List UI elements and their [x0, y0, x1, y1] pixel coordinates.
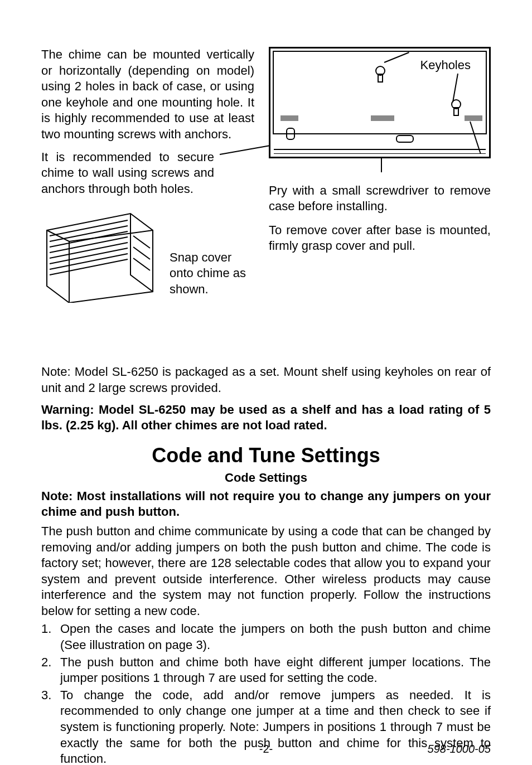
section-heading: Code and Tune Settings: [41, 444, 491, 467]
snap-cover-caption: Snap cover onto chime as shown.: [170, 250, 254, 298]
diagram-bar: [371, 115, 394, 121]
code-settings-body: The push button and chime communicate by…: [41, 524, 491, 619]
mounting-paragraph-2: It is recommended to secure chime to wal…: [41, 149, 214, 197]
diagram-slot: [286, 128, 295, 140]
list-item: 2. The push button and chime both have e…: [41, 655, 491, 686]
pry-text: Pry with a small screwdriver to remove c…: [269, 183, 491, 215]
list-text: Open the cases and locate the jumpers on…: [60, 621, 491, 653]
list-number: 3.: [41, 687, 60, 765]
callout-line: [220, 145, 270, 155]
section-subheading: Code Settings: [41, 471, 491, 485]
keyhole-diagram: Keyholes: [269, 47, 491, 158]
chime-isometric-illustration: [41, 208, 158, 303]
list-text: To change the code, add and/or remove ju…: [60, 687, 491, 765]
diagram-bar: [280, 115, 298, 121]
warning-load-rating: Warning: Model SL-6250 may be used as a …: [41, 402, 491, 434]
diagram-slot: [396, 135, 414, 143]
list-number: 1.: [41, 621, 60, 653]
mounting-paragraph-1: The chime can be mounted vertically or h…: [41, 47, 254, 143]
list-number: 2.: [41, 655, 60, 686]
list-text: The push button and chime both have eigh…: [60, 655, 491, 686]
remove-cover-text: To remove cover after base is mounted, f…: [269, 222, 491, 254]
page-number: -2-: [259, 743, 273, 756]
list-item: 1. Open the cases and locate the jumpers…: [41, 621, 491, 653]
diagram-bar: [465, 115, 482, 121]
keyholes-label: Keyholes: [420, 58, 471, 72]
note-jumpers: Note: Most installations will not requir…: [41, 488, 491, 520]
note-model-sl6250: Note: Model SL-6250 is packaged as a set…: [41, 364, 491, 396]
keyhole-icon: [374, 65, 386, 83]
document-number: 598-1000-05: [428, 743, 491, 756]
